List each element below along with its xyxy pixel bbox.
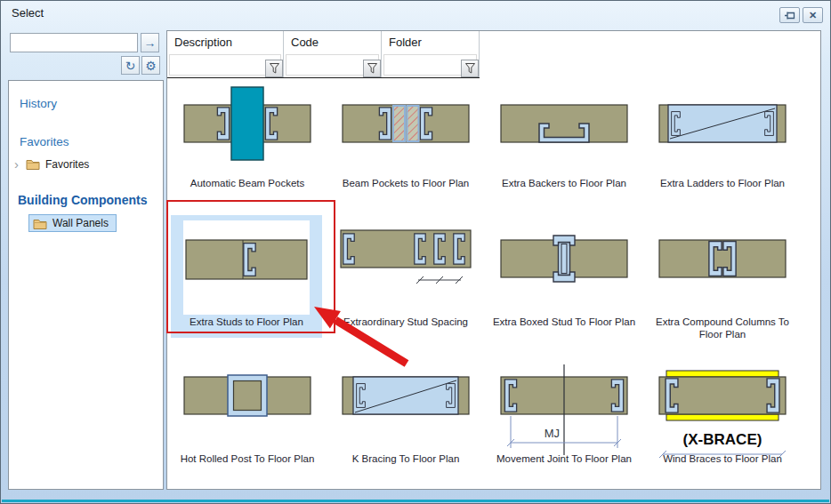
wall-panels-label: Wall Panels <box>52 217 109 229</box>
thumb-wind-braces: (X-BRACE) <box>656 363 789 460</box>
sidebar-section-building-components[interactable]: Building Components <box>18 193 147 207</box>
refresh-icon: ↻ <box>125 59 136 73</box>
thumb-movement-joint: MJ <box>497 363 631 460</box>
column-header-folder[interactable]: Folder <box>382 31 480 77</box>
column-header-code[interactable]: Code <box>284 31 382 77</box>
go-arrow-icon: → <box>144 36 157 50</box>
select-dialog: Select ✕ → ↻ ⚙ History Favorites › <box>0 0 831 504</box>
close-icon: ✕ <box>809 10 817 21</box>
window-controls: ✕ <box>779 7 823 23</box>
gear-icon: ⚙ <box>145 59 157 73</box>
component-item-extraordinary-stud-spacing[interactable]: Extraordinary Stud Spacing <box>327 203 485 357</box>
sidebar: History Favorites › Favorites Building C… <box>8 80 164 490</box>
thumb-extraordinary-stud-spacing <box>339 209 472 308</box>
thumb-extra-boxed-stud <box>497 217 631 301</box>
component-item-extra-ladders-to-floor-plan[interactable]: Extra Ladders to Floor Plan <box>643 80 802 203</box>
component-item-k-bracing-to-floor-plan[interactable]: K Bracing To Floor Plan <box>327 357 485 477</box>
sidebar-item-wall-panels[interactable]: Wall Panels <box>28 214 117 232</box>
refresh-button[interactable]: ↻ <box>121 56 140 75</box>
filter-funnel-icon <box>367 63 377 74</box>
thumb-extra-ladders <box>656 82 789 166</box>
thumb-extra-backers <box>497 82 631 166</box>
pin-button[interactable] <box>779 7 800 23</box>
column-header-description[interactable]: Description <box>167 31 284 77</box>
favorites-folder-label: Favorites <box>45 158 89 171</box>
window-frame: Select ✕ → ↻ ⚙ History Favorites › <box>0 0 831 504</box>
sidebar-section-favorites[interactable]: Favorites <box>20 135 69 148</box>
component-item-hot-rolled-post-to-floor-plan[interactable]: Hot Rolled Post To Floor Plan <box>168 357 327 477</box>
annotation-red-rectangle <box>166 200 335 333</box>
filter-funnel-icon <box>270 63 279 74</box>
component-item-wind-braces-to-floor-plan[interactable]: (X-BRACE) Wind Braces to Floor Plan <box>643 357 802 477</box>
folder-filter-button[interactable] <box>461 60 479 77</box>
sidebar-item-history[interactable]: History <box>20 97 57 110</box>
component-list-panel: Description Code Folder <box>166 30 821 490</box>
mj-label: MJ <box>545 427 560 440</box>
thumb-extra-compound-columns <box>656 217 789 301</box>
component-item-extra-backers-to-floor-plan[interactable]: Extra Backers to Floor Plan <box>485 80 643 203</box>
window-title: Select <box>12 6 44 20</box>
component-item-beam-pockets-to-floor-plan[interactable]: Beam Pockets to Floor Plan <box>327 80 485 203</box>
thumb-hot-rolled-post <box>181 363 314 460</box>
sidebar-item-favorites-folder[interactable]: › Favorites <box>14 157 89 171</box>
description-filter-button[interactable] <box>265 60 283 77</box>
settings-button[interactable]: ⚙ <box>141 56 160 75</box>
code-filter-button[interactable] <box>363 60 381 77</box>
pin-icon <box>784 11 795 20</box>
column-headers: Description Code Folder <box>167 31 480 78</box>
search-go-button[interactable]: → <box>141 33 159 52</box>
component-item-extra-studs-to-floor-plan[interactable]: Extra Studs to Floor Plan <box>168 203 327 357</box>
search-input[interactable] <box>10 33 138 52</box>
thumb-automatic-beam-pockets <box>181 82 314 166</box>
x-brace-label: (X-BRACE) <box>683 431 762 448</box>
chevron-right-icon[interactable]: › <box>14 157 19 171</box>
component-item-movement-joint-to-floor-plan[interactable]: MJ Movement Joint To Floor Plan <box>485 357 643 477</box>
folder-icon <box>26 158 40 170</box>
thumb-beam-pockets <box>339 82 472 166</box>
component-item-automatic-beam-pockets[interactable]: Automatic Beam Pockets <box>168 80 327 203</box>
component-item-extra-compound-columns-to-floor-plan[interactable]: Extra Compound Columns To Floor Plan <box>643 203 802 357</box>
component-grid: Automatic Beam Pockets Beam Pockets to F… <box>168 80 802 477</box>
filter-funnel-icon <box>465 63 475 74</box>
thumb-k-bracing <box>339 363 472 460</box>
folder-icon <box>33 218 47 229</box>
window-bottom-edge <box>2 500 829 502</box>
component-item-extra-boxed-stud-to-floor-plan[interactable]: Extra Boxed Stud To Floor Plan <box>485 203 643 357</box>
close-button[interactable]: ✕ <box>803 7 823 23</box>
